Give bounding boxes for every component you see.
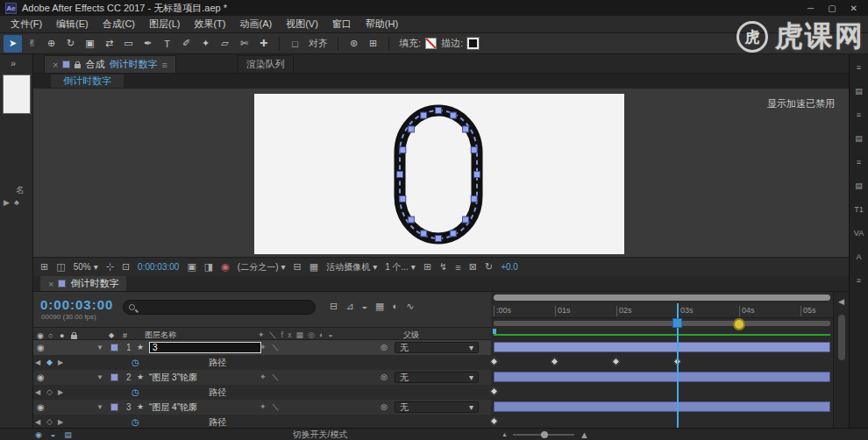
view-layout-select[interactable]: 1 个...▾	[385, 261, 416, 273]
playhead-handle[interactable]	[672, 318, 682, 328]
flowchart-icon[interactable]: ⊠	[469, 261, 477, 273]
close-tab-icon[interactable]: ×	[53, 60, 58, 70]
layer-name[interactable]: “图层 4”轮廓	[149, 400, 197, 415]
roi-icon[interactable]: ⊡	[122, 261, 130, 273]
label-color-swatch[interactable]	[110, 400, 118, 415]
keyframe-diamond[interactable]	[551, 358, 559, 366]
search-box[interactable]	[123, 300, 316, 315]
snapshot-icon[interactable]: ▣	[187, 261, 196, 273]
audio-panel-icon[interactable]: ▤	[855, 87, 863, 96]
orbit-camera-tool-icon[interactable]: ↻	[61, 35, 80, 53]
label-color-swatch[interactable]	[110, 340, 118, 355]
menu-effect[interactable]: 效果(T)	[187, 18, 232, 31]
zoom-level-select[interactable]: 50%▾	[74, 262, 98, 272]
prev-keyframe-icon[interactable]: ◀	[35, 385, 40, 400]
type-tool-icon[interactable]: T	[158, 35, 176, 53]
keyframe-diamond[interactable]	[612, 358, 621, 366]
zoom-out-icon[interactable]: ▲	[502, 431, 508, 437]
close-tab-icon[interactable]: ×	[48, 279, 53, 289]
current-timecode[interactable]: 0:00:03:00	[40, 297, 113, 312]
timeline-graph-area[interactable]: :00s 01s 02s 03s 04s 05s	[491, 292, 833, 428]
menu-layer[interactable]: 图层(L)	[142, 18, 187, 31]
live-update-icon[interactable]: ◉	[35, 430, 42, 439]
add-keyframe-icon[interactable]: ◆	[46, 355, 53, 370]
reset-exposure-icon[interactable]: ↻	[485, 261, 493, 273]
menu-window[interactable]: 窗口	[325, 18, 359, 31]
graph-editor-icon[interactable]: ∿	[406, 301, 414, 312]
guides-icon[interactable]: ⊹	[106, 261, 114, 273]
draft-mode-icon[interactable]: ◒	[51, 430, 55, 439]
layer-row-3[interactable]: ◉ ▼ 3 ★ “图层 4”轮廓 ✦＼ ◎ 无▾	[33, 400, 491, 415]
digit-zero-shape[interactable]	[386, 102, 493, 247]
align-checkbox-icon[interactable]: □	[286, 35, 304, 53]
viewer-tab-comp[interactable]: 倒计时数字	[51, 75, 124, 88]
stopwatch-icon[interactable]: ◷	[132, 355, 139, 370]
pen-tool-icon[interactable]: ✒	[139, 35, 157, 53]
eye-icon[interactable]: ◉	[37, 400, 45, 415]
property-name[interactable]: 路径	[209, 385, 226, 400]
menu-composition[interactable]: 合成(C)	[96, 18, 142, 31]
close-button[interactable]: ✕	[850, 4, 857, 13]
shape-tool-icon[interactable]: ▭	[119, 35, 138, 53]
eye-icon[interactable]: ◉	[37, 370, 45, 385]
project-thumbnail[interactable]	[3, 75, 31, 114]
layer-switches[interactable]: ✦＼	[260, 340, 285, 355]
shy-layers-icon[interactable]: ◒	[361, 301, 367, 312]
minimize-button[interactable]: ─	[808, 4, 814, 13]
menu-view[interactable]: 视图(V)	[279, 18, 325, 31]
exposure-value[interactable]: +0.0	[501, 262, 518, 272]
flow-view-icon[interactable]: ▤	[64, 430, 72, 439]
paragraph-panel-icon[interactable]: VA	[854, 229, 864, 238]
transparency-grid-icon[interactable]: ▦	[309, 261, 318, 273]
layer-duration-bar-3[interactable]	[494, 401, 830, 412]
grid-options-icon[interactable]: ⊞	[40, 261, 48, 273]
property-row-path-1[interactable]: ◀ ◆ ▶ ◷ 路径	[33, 355, 491, 370]
zoom-slider-track[interactable]	[513, 434, 574, 436]
hand-tool-icon[interactable]: ✌	[23, 35, 41, 53]
timeline-tab[interactable]: × 倒计时数字	[40, 276, 126, 291]
layer-name[interactable]: “图层 3”轮廓	[149, 370, 197, 385]
resolution-select[interactable]: (二分之一)▾	[238, 261, 286, 273]
stopwatch-icon[interactable]: ◷	[132, 385, 139, 400]
motion-blur-icon[interactable]: ◐	[393, 301, 399, 312]
frame-blend-icon[interactable]: ▦	[375, 301, 384, 312]
collapsed-panel-icon[interactable]: ≡	[857, 276, 861, 285]
zoom-in-icon[interactable]: ▲	[580, 429, 589, 440]
tree-expand-icon[interactable]: ▶	[4, 198, 10, 207]
property-name[interactable]: 路径	[209, 355, 226, 370]
libraries-panel-icon[interactable]: ≡	[857, 158, 861, 167]
show-channels-icon[interactable]: ◉	[221, 261, 230, 273]
roto-brush-tool-icon[interactable]: ✄	[235, 35, 253, 53]
composition-canvas[interactable]	[254, 94, 624, 254]
add-keyframe-icon[interactable]: ◇	[46, 385, 53, 400]
expand-triangle-icon[interactable]: ▼	[96, 400, 103, 415]
parent-pickwhip-icon[interactable]: ◎	[381, 400, 388, 415]
pan-behind-tool-icon[interactable]: ⇄	[100, 35, 118, 53]
tracker-panel-icon[interactable]: A	[856, 252, 861, 261]
maximize-button[interactable]: ▢	[828, 4, 836, 13]
layer-name-value[interactable]: 3	[149, 342, 261, 353]
comp-minimap-icon[interactable]: ⊟	[330, 301, 338, 312]
next-keyframe-icon[interactable]: ▶	[58, 355, 63, 370]
eye-icon[interactable]: ◉	[37, 340, 45, 355]
layer-name-edit-field[interactable]: 3	[149, 340, 261, 355]
preview-timecode[interactable]: 0:00:03:00	[138, 262, 179, 272]
property-row-path-3[interactable]: ◀ ◇ ▶ ◷ 路径	[33, 415, 491, 428]
region-of-interest-icon[interactable]: ⊟	[294, 261, 302, 273]
vertical-scrollbar[interactable]	[838, 315, 845, 360]
layer-switches[interactable]: ✦＼	[260, 370, 285, 385]
time-ruler[interactable]: :00s 01s 02s 03s 04s 05s	[491, 303, 833, 318]
camera-view-select[interactable]: 活动摄像机▾	[326, 261, 377, 273]
tab-composition[interactable]: × 合成 倒计时数字 ≡	[44, 55, 176, 73]
eraser-tool-icon[interactable]: ▱	[216, 35, 234, 53]
menu-animation[interactable]: 动画(A)	[233, 18, 280, 31]
property-name[interactable]: 路径	[209, 415, 226, 428]
parent-dropdown[interactable]: 无▾	[395, 401, 479, 413]
prev-keyframe-icon[interactable]: ◀	[35, 415, 40, 428]
pixel-aspect-icon[interactable]: ⊞	[423, 261, 431, 273]
info-panel-icon[interactable]: ≡	[857, 63, 861, 72]
layer-row-1[interactable]: ◉ ▼ 1 ★ 3 ✦＼ ◎ 无▾	[33, 340, 491, 355]
keyframe-diamond[interactable]	[490, 417, 499, 426]
camera-tool-icon[interactable]: ▣	[81, 35, 99, 53]
search-input[interactable]	[139, 302, 288, 312]
